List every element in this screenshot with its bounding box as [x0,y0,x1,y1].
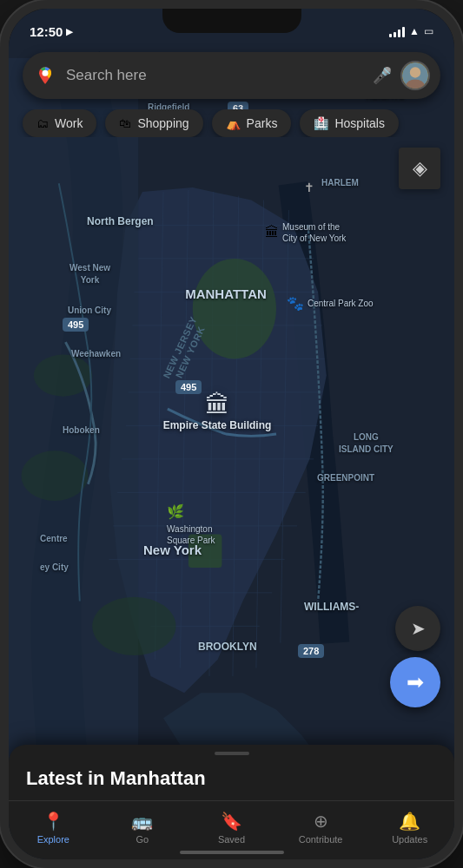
svg-point-27 [34,355,92,397]
status-icons: ▲ ▭ [389,25,433,37]
gps-arrow: ▶ [66,27,73,36]
status-bar: 12:50 ▶ ▲ ▭ [9,19,454,43]
explore-label: Explore [37,834,69,845]
shopping-label: Shopping [137,116,189,130]
svg-rect-2 [9,58,138,810]
go-icon: 🚌 [131,811,153,832]
google-maps-logo [33,63,57,88]
updates-label: Updates [392,834,427,845]
search-bar[interactable]: Search here 🎤 [23,52,440,99]
location-arrow-icon: ➤ [411,618,426,639]
route-badge-495b: 495 [175,380,202,394]
work-label: Work [55,116,83,130]
avatar[interactable] [400,61,430,90]
svg-point-25 [92,597,175,655]
bottom-sheet: Latest in Manhattan [9,745,454,800]
battery-icon: ▭ [424,25,433,37]
sheet-title: Latest in Manhattan [26,767,437,790]
go-label: Go [136,834,149,845]
nav-go[interactable]: 🚌 Go [116,811,169,845]
cross-marker: ✝ [304,181,314,194]
pill-parks[interactable]: ⛺ Parks [212,109,292,137]
svg-point-23 [193,259,276,358]
updates-icon: 🔔 [399,811,420,832]
contribute-icon: ⊕ [314,811,328,832]
saved-label: Saved [218,834,245,845]
parks-label: Parks [247,116,278,130]
layers-button[interactable]: ◈ [399,148,440,189]
contribute-label: Contribute [299,834,343,845]
directions-icon: ➡ [407,670,424,694]
svg-point-26 [21,450,88,501]
saved-icon: 🔖 [221,811,242,832]
nav-saved[interactable]: 🔖 Saved [205,811,257,845]
signal-icon [389,25,405,37]
shopping-icon: 🛍 [119,116,131,130]
time-display: 12:50 [30,24,63,39]
mic-icon[interactable]: 🎤 [373,66,392,85]
hospitals-label: Hospitals [334,116,385,130]
pill-work[interactable]: 🗂 Work [23,109,96,137]
pill-hospitals[interactable]: 🏥 Hospitals [300,109,399,137]
nav-updates[interactable]: 🔔 Updates [384,811,436,845]
route-badge-278: 278 [298,644,324,658]
svg-point-29 [43,70,49,76]
phone-frame: NEW JERSEYNEW YORK 12:50 ▶ ▲ ▭ [0,0,463,868]
layers-icon: ◈ [413,157,427,180]
svg-point-31 [410,67,420,77]
nav-explore[interactable]: 📍 Explore [27,811,79,845]
home-indicator [180,851,284,854]
svg-rect-24 [189,534,222,567]
work-icon: 🗂 [36,116,49,130]
route-badge-495a: 495 [63,318,89,332]
nav-contribute[interactable]: ⊕ Contribute [294,811,347,845]
pill-shopping[interactable]: 🛍 Shopping [105,109,202,137]
user-avatar-image [402,62,428,89]
sheet-handle [215,752,249,755]
parks-icon: ⛺ [226,116,241,130]
explore-icon: 📍 [43,811,64,832]
category-pills: 🗂 Work 🛍 Shopping ⛺ Parks 🏥 Hospitals [9,109,454,137]
location-button[interactable]: ➤ [395,606,440,651]
search-bar-container: Search here 🎤 [23,52,440,99]
hospitals-icon: 🏥 [314,116,328,130]
directions-button[interactable]: ➡ [390,657,440,707]
status-time: 12:50 ▶ [30,24,73,39]
wifi-icon: ▲ [409,25,420,37]
search-input[interactable]: Search here [66,67,364,84]
